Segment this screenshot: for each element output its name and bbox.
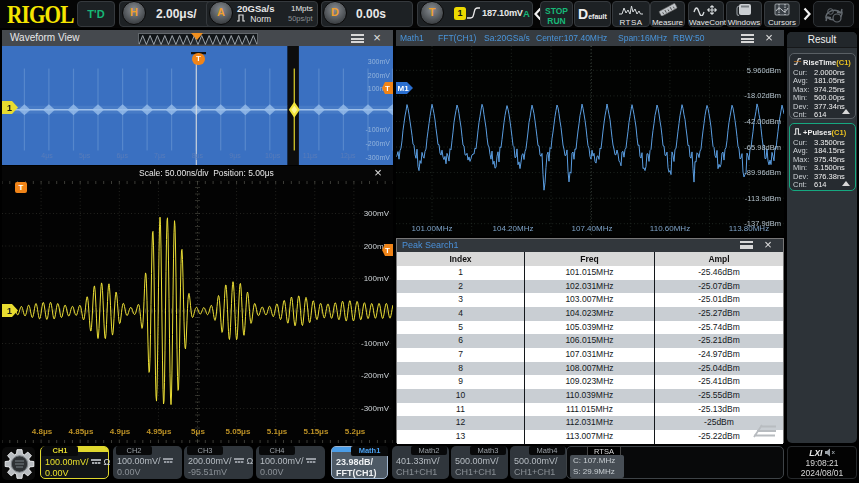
svg-text:T: T (385, 246, 390, 255)
svg-text:T: T (385, 84, 390, 93)
svg-text:1: 1 (7, 306, 12, 316)
svg-text:1: 1 (7, 103, 12, 113)
svg-text:M1: M1 (398, 84, 410, 93)
